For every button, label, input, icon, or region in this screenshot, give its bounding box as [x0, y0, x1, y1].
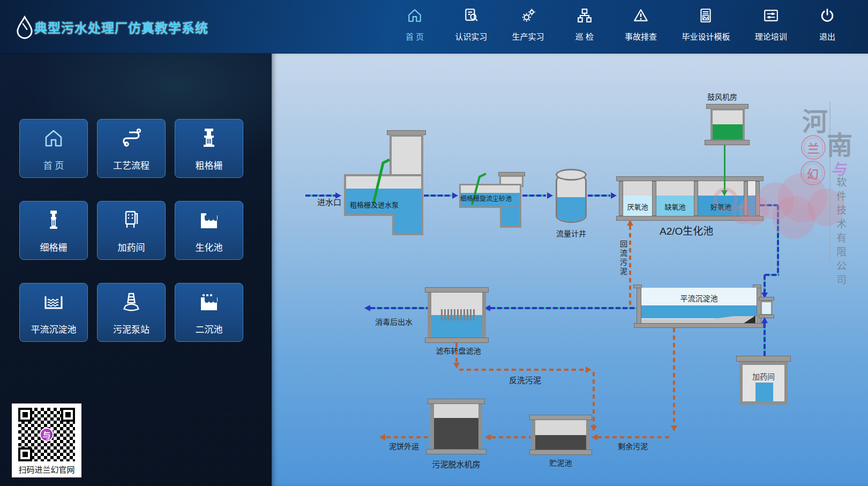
flow-arrow-left	[364, 305, 370, 311]
nav-label: 首 页	[406, 31, 424, 42]
fine-screen-label: 细格栅旋流尘砂池	[460, 193, 512, 203]
blower-label: 鼓风机房	[707, 91, 737, 102]
sludge-arrow-right	[586, 367, 592, 373]
coarse-screen-label: 粗格栅及进水泵	[350, 199, 399, 210]
flow-well-label: 流量计井	[556, 228, 586, 238]
pipe-well-to-a2o	[588, 195, 610, 197]
watermark-char-1: 河	[802, 101, 828, 138]
pipe-backwash	[459, 369, 586, 371]
sludge-arrow-left	[485, 434, 491, 440]
anaerobic-label: 厌氧池	[623, 201, 652, 212]
fine-screen-icon	[42, 208, 65, 234]
dosing-machine-icon	[119, 208, 143, 234]
nav-label: 毕业设计模板	[682, 31, 730, 42]
anoxic-label: 缺氧池	[656, 201, 694, 212]
cake-label: 泥饼外运	[389, 440, 419, 451]
nav-item-graduation-template[interactable]: 毕业设计模板	[682, 8, 730, 42]
gears-icon	[520, 8, 536, 26]
dewater-label: 污泥脱水机房	[426, 458, 487, 469]
nav-item-theory-training[interactable]: 理论培训	[755, 8, 787, 42]
sidebar-item-secondary-clarifier[interactable]: 二沉池	[175, 283, 243, 342]
sedimentation-tank-icon	[42, 290, 65, 316]
app-title: 典型污水处理厂仿真教学系统	[34, 18, 208, 36]
nav-label: 巡 检	[575, 31, 594, 42]
app-window: 典型污水处理厂仿真教学系统 首 页 认识实习 生产实习 巡 检 事故排查	[0, 0, 868, 486]
header-bar: 典型污水处理厂仿真教学系统 首 页 认识实习 生产实习 巡 检 事故排查	[0, 0, 868, 54]
home-icon	[407, 8, 423, 26]
nav-item-exit[interactable]: 退出	[812, 8, 843, 42]
sidebar-item-horizontal-sedimentation[interactable]: 平流沉淀池	[19, 283, 88, 342]
pipe-backwash-down	[593, 372, 595, 425]
air-pipe	[724, 145, 725, 190]
sidebar-item-label: 粗格栅	[196, 158, 223, 171]
home-icon	[42, 126, 65, 152]
flow-arrow-right	[452, 192, 458, 199]
flow-curve-icon	[119, 126, 143, 152]
qr-finder-icon	[61, 408, 75, 422]
sludge-arrow-up	[627, 220, 633, 226]
template-document-icon	[698, 8, 714, 26]
aerobic-label: 好氧池	[698, 201, 744, 212]
sludge-arrow-down	[671, 425, 677, 431]
pipe-effluent-out	[370, 307, 428, 309]
pipe-dosing-up	[764, 323, 766, 356]
watermark-company: 软件技术有限公司	[833, 177, 848, 332]
nav-item-cognition-practice[interactable]: 认识实习	[455, 8, 487, 42]
pipe-cake-out	[386, 436, 430, 438]
module-button-grid: 首 页 工艺流程 粗格栅 细格栅 加药间 生化池	[19, 119, 243, 342]
sidebar-item-label: 首 页	[43, 158, 64, 171]
lanhuan-logo-icon: 与	[40, 428, 54, 442]
nav-label: 生产实习	[512, 31, 544, 42]
nav-item-inspection[interactable]: 巡 检	[569, 8, 600, 42]
sidebar-item-process-flow[interactable]: 工艺流程	[97, 119, 166, 178]
pipe-coarse-to-fine	[424, 195, 452, 197]
nav-label: 退出	[819, 31, 835, 42]
air-arrow-down	[721, 190, 728, 196]
sludge-pump-icon	[119, 290, 143, 316]
sidebar-item-coarse-screen[interactable]: 粗格栅	[175, 119, 243, 178]
pipe-sediment-to-filter	[490, 307, 637, 309]
sidebar-item-bio-tank[interactable]: 生化池	[175, 201, 243, 260]
left-sidebar: 首 页 工艺流程 粗格栅 细格栅 加药间 生化池	[0, 54, 272, 486]
dosing-label: 加药间	[739, 371, 788, 382]
power-icon	[819, 8, 835, 26]
nav-item-home[interactable]: 首 页	[399, 8, 430, 42]
watermark-char-2: 南	[827, 124, 852, 162]
nav-item-production-practice[interactable]: 生产实习	[512, 8, 544, 42]
sidebar-item-fine-screen[interactable]: 细格栅	[19, 201, 88, 260]
qr-finder-icon	[18, 408, 32, 422]
pipe-storage-to-dewater	[491, 436, 531, 438]
sidebar-item-home[interactable]: 首 页	[19, 119, 88, 178]
pipe-surplus-left	[597, 436, 671, 438]
top-nav: 首 页 认识实习 生产实习 巡 检 事故排查 毕业设计模板	[399, 8, 843, 42]
pipe-return-sludge	[629, 226, 631, 307]
process-flow-diagram: 进水口 粗格栅及进水泵 细格栅旋流尘砂池	[272, 54, 868, 486]
pipe-inlet	[305, 195, 335, 197]
sediment-outlet-box	[760, 301, 773, 316]
bar-screen-icon	[368, 156, 392, 206]
sedimentation-label: 平流沉淀池	[641, 293, 757, 303]
sidebar-item-sludge-pump-station[interactable]: 污泥泵站	[97, 283, 166, 342]
qr-finder-icon	[18, 447, 32, 461]
clarifier-tank-icon	[197, 290, 221, 316]
watermark-seal-2: 幻	[800, 161, 825, 185]
flow-arrow-right	[547, 192, 553, 199]
flow-arrow-right	[611, 192, 617, 199]
filter-comb-icon	[441, 309, 475, 320]
nav-item-accident-check[interactable]: 事故排查	[625, 8, 657, 42]
flow-arrow-right	[335, 192, 341, 199]
org-chart-icon	[577, 8, 593, 26]
pipe-a2o-left	[765, 274, 779, 276]
bio-tank-icon	[197, 208, 221, 234]
storage-label: 贮泥池	[532, 457, 589, 468]
sidebar-item-label: 加药间	[118, 240, 145, 253]
nav-label: 认识实习	[455, 31, 487, 42]
sidebar-item-dosing-room[interactable]: 加药间	[97, 201, 166, 260]
return-sludge-label: 回流污泥	[618, 240, 628, 276]
sludge-arrow-down	[590, 425, 597, 431]
watermark-divider	[829, 102, 830, 263]
sludge-arrow-left	[592, 434, 597, 440]
backwash-label: 反洗污泥	[509, 374, 541, 385]
sidebar-item-label: 细格栅	[40, 240, 68, 253]
pipe-a2o-down	[777, 205, 779, 275]
